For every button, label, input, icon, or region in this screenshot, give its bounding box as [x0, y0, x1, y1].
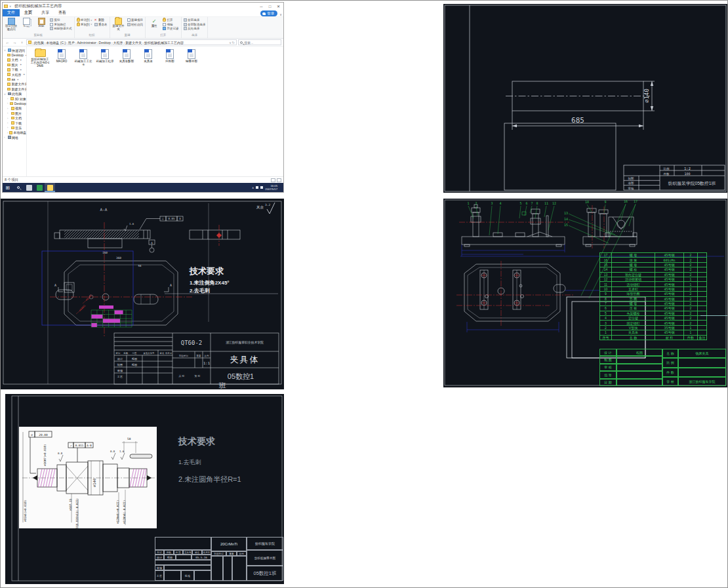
tray-chevron-icon[interactable]: ∧ [252, 186, 254, 189]
sidebar-item[interactable]: 大程序 ✦ [3, 72, 26, 77]
back-button[interactable]: ← [5, 41, 10, 45]
file-item[interactable]: MACRO [52, 49, 71, 68]
taskbar-app-caxa[interactable] [34, 183, 45, 192]
tab-share[interactable]: 共享 [37, 9, 54, 16]
network-icon[interactable] [260, 186, 263, 189]
open-button[interactable]: 打开 [163, 18, 179, 22]
sidebar-item[interactable]: 图片 ✦ [3, 62, 26, 67]
sidebar-item[interactable]: aa ✦ [3, 77, 26, 81]
select-none-button[interactable]: 全部取消选择 [184, 23, 206, 26]
chevron-down-icon[interactable]: ∨ [4, 49, 7, 52]
sidebar-item[interactable]: Desktop ✦ [3, 52, 26, 57]
taskbar-file-explorer[interactable] [45, 183, 55, 192]
close-button[interactable]: ✕ [275, 4, 282, 9]
sidebar-item[interactable]: › 音乐 [3, 125, 26, 130]
pin-quickaccess-button[interactable]: 固定到快速访问 [5, 18, 18, 31]
volume-icon[interactable] [256, 186, 258, 189]
taskbar-search-button[interactable] [13, 183, 24, 192]
folder-icon [7, 58, 10, 62]
breadcrumb-segment[interactable]: › 本地磁盘 (C:) [45, 41, 66, 45]
forward-button[interactable]: → [12, 41, 18, 45]
breadcrumb-segment[interactable]: › Desktop [97, 41, 111, 45]
copy-path-button[interactable]: 复制路径 [50, 23, 72, 26]
new-item-button[interactable]: 新建项目 [127, 18, 144, 22]
chevron-right-icon: › [66, 41, 68, 45]
tab-home[interactable]: 主页 [20, 9, 37, 16]
select-all-button[interactable]: 全部选择 [184, 18, 206, 22]
scale-value: 1:1 [203, 361, 210, 365]
invert-selection-button[interactable]: 反向选择 [184, 27, 206, 30]
copy-to-button[interactable]: 复制到∨ [77, 23, 92, 26]
file-item[interactable]: 坯料图 [160, 49, 180, 68]
file-item[interactable]: 轴零件图 [182, 49, 201, 68]
delete-button[interactable]: ✕删除 [94, 18, 108, 22]
history-button[interactable]: 历史记录 [163, 27, 179, 30]
file-item[interactable]: 夹具体 [138, 49, 158, 68]
doc-lines-decor [190, 54, 193, 58]
search-input[interactable]: 搜索... [238, 39, 281, 45]
minimize-button[interactable]: ─ [258, 5, 265, 9]
breadcrumb-segment[interactable]: › 新建文件夹 [124, 41, 142, 45]
sidebar-item[interactable]: 新建文件夹 (2) ✦ [3, 87, 26, 91]
doc-lines-decor [81, 54, 85, 58]
easy-access-button[interactable]: 轻松访问 [127, 23, 144, 26]
weight-label: 重量 [197, 354, 201, 357]
move-to-button[interactable]: 移动到∨ [77, 18, 92, 22]
bom-rows: 17 螺 母 45号钢 2 16 弹 簧 60SiMn 2 [600, 253, 707, 336]
sidebar-item[interactable]: › 文档 [3, 115, 26, 120]
sidebar-item[interactable]: › 3D 对象 [3, 96, 26, 101]
bom-qty: 1 [684, 282, 698, 286]
maximize-button[interactable]: □ [266, 5, 273, 9]
taskbar-clock[interactable]: 16:05 2007/5/17 [265, 184, 277, 191]
tab-view[interactable]: 查看 [54, 9, 71, 16]
taskbar-app-grey[interactable] [24, 183, 34, 192]
copy-button[interactable]: 复制 [20, 18, 33, 28]
refresh-icon[interactable]: ↻ [232, 41, 235, 45]
rename-button[interactable]: 重命名 [94, 23, 108, 26]
breadcrumb-segment[interactable]: › 纺织机轴机械加工工艺内容 [142, 41, 184, 45]
new-folder-button[interactable]: 新建文件夹 [112, 18, 125, 31]
sidebar-quick-access[interactable]: ∨ 快速访问 [3, 48, 26, 52]
sidebar-item[interactable]: › Desktop [3, 101, 26, 106]
breadcrumb-segment[interactable]: › 用户 [66, 41, 75, 45]
breadcrumb[interactable]: › 此电脑 › 本地磁盘 (C:) › 用户 [26, 39, 237, 45]
chevron-down-icon[interactable]: ∨ [4, 92, 7, 96]
address-dropdown-icon[interactable]: ∨ [229, 41, 232, 45]
folder-item[interactable]: 纺织机轴加工工艺内容包0-c34d6 [30, 49, 50, 68]
tech-requirements: 技术要求 1.去毛刺 2.未注圆角半径R=1 [178, 436, 241, 484]
signin-pill[interactable]: 登录 [260, 10, 277, 16]
bom-row: 3 固定销钉 45号钢 2 [600, 321, 707, 325]
file-item[interactable]: 夹具装配图 [117, 49, 136, 68]
sidebar-item[interactable]: › 视频 [3, 106, 26, 111]
properties-button[interactable]: ✓ 属性 [148, 18, 161, 28]
start-button[interactable]: ⊞ [3, 183, 13, 192]
sidebar-this-pc[interactable]: ∨ 此电脑 [3, 92, 26, 96]
sidebar-network[interactable]: › 网络 [3, 135, 26, 140]
balloon-7: 7 [531, 201, 533, 205]
breadcrumb-segment[interactable]: › 此电脑 [32, 41, 44, 45]
breadcrumb-segment[interactable]: › 大程序 [111, 41, 123, 45]
paste-shortcut-button[interactable]: 粘贴快捷方式 [50, 27, 72, 30]
sidebar-item[interactable]: › 本地磁盘 (C:) [3, 130, 26, 135]
tech-item-1: 1.未注倒角2X45° [190, 279, 230, 286]
sidebar-item[interactable]: › 下载 [3, 121, 26, 125]
chevron-right-icon: › [7, 126, 10, 129]
bom-remark [698, 292, 707, 296]
sidebar-item[interactable]: 下载 ✦ [3, 68, 26, 72]
file-item[interactable]: 机械加工程序 [95, 49, 115, 68]
paste-button[interactable]: 粘贴 [35, 18, 48, 28]
tab-file[interactable]: 文件 [3, 9, 20, 16]
up-button[interactable]: ↑ [19, 41, 25, 45]
details-view-toggle[interactable] [271, 178, 275, 182]
sidebar-item[interactable]: 文档 ✦ [3, 58, 26, 62]
file-item[interactable]: 机械加工工艺卡 [73, 49, 93, 68]
sidebar-item[interactable]: 新建文件夹 ✦ [3, 82, 26, 87]
breadcrumb-segment[interactable]: › Administrator [75, 41, 96, 45]
bom-part-name: 垫 圈 [612, 296, 655, 301]
edit-button[interactable]: 编辑 [163, 23, 179, 26]
cut-button[interactable]: 剪切 [50, 18, 72, 22]
ribbon-collapse-icon[interactable]: ∨ [279, 12, 282, 16]
thumbnail-view-toggle[interactable] [277, 178, 281, 182]
sidebar-item[interactable]: › 图片 [3, 111, 26, 115]
qat-dropdown-icon[interactable]: ∨ [9, 5, 11, 8]
